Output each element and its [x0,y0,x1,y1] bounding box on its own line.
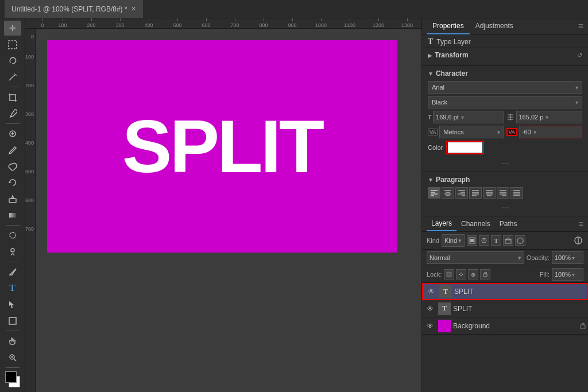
filter-adjustment-icon[interactable] [479,235,489,246]
tracking-value: -60 [522,129,531,135]
crop-tool[interactable] [4,90,21,104]
font-style-select[interactable]: Black ▾ [428,96,582,108]
layer-item[interactable]: 👁 T SPLIT [422,283,588,300]
layer-visibility-toggle[interactable]: 👁 [425,288,437,296]
history-brush-tool[interactable] [4,175,21,190]
dodge-tool[interactable] [4,244,21,259]
svg-marker-56 [517,238,523,244]
ruler-v-mark: 300 [25,100,35,129]
align-left-btn[interactable] [428,187,440,199]
path-select-tool[interactable] [4,297,21,312]
character-arrow-icon: ▼ [428,71,434,77]
tab-close-button[interactable]: ✕ [131,5,136,13]
pen-tool[interactable] [4,265,21,280]
justify-center-btn[interactable] [483,187,496,199]
heal-tool[interactable] [4,126,21,141]
paragraph-header[interactable]: ▼ Paragraph [428,176,582,184]
hand-tool[interactable] [4,333,21,348]
layer-thumbnail [438,320,451,332]
color-picker[interactable] [4,371,21,389]
ruler-v-mark: 700 [25,215,35,243]
layers-panel-menu-icon[interactable]: ≡ [579,219,583,228]
align-right-btn[interactable] [455,187,468,199]
paragraph-align-row [428,187,582,199]
justify-left-btn[interactable] [469,187,482,199]
eraser-tool[interactable] [4,191,21,206]
lock-artboard-btn[interactable]: ⊕ [468,269,478,280]
align-center-btn[interactable] [442,187,454,199]
filter-type-icon[interactable]: T [491,235,501,246]
transform-header[interactable]: ▶ Transform ↺ [428,51,582,59]
lock-position-btn[interactable] [456,269,466,280]
shape-tool[interactable] [4,313,21,328]
transform-section: ▶ Transform ↺ [422,48,588,66]
layer-visibility-toggle[interactable]: 👁 [424,322,436,330]
font-size-value: 169,6 pt [436,114,459,121]
font-family-row: Arial ▾ [428,81,582,94]
opacity-input[interactable]: 100% ▾ [552,251,583,264]
svg-line-16 [14,359,16,361]
color-swatch[interactable] [448,142,482,153]
character-more-options[interactable]: ... [428,157,582,166]
lasso-tool[interactable] [4,53,21,68]
kind-arrow-icon: ▾ [458,237,462,244]
filter-active-toggle[interactable] [573,235,583,246]
leading-input[interactable]: 165,02 p ▾ [516,111,583,123]
lock-all-btn[interactable] [480,269,490,280]
tab-channels[interactable]: Channels [457,217,495,231]
layer-item[interactable]: 👁 Background [422,317,588,335]
lock-pixels-btn[interactable] [444,269,454,280]
blend-mode-select[interactable]: Normal ▾ [427,251,524,264]
canvas-wrapper: 0 100 200 300 400 500 600 700 800 900 10… [25,18,421,392]
filter-shape-icon[interactable] [503,235,513,246]
layer-item[interactable]: 👁 T SPLIT [422,300,588,317]
blur-tool[interactable] [4,228,21,243]
va-label: VA [428,129,438,135]
svg-rect-0 [9,41,17,49]
move-tool[interactable]: ✛ [4,21,21,36]
clone-tool[interactable] [4,159,21,174]
font-family-select[interactable]: Arial ▾ [428,81,582,94]
fill-label: Fill: [540,271,550,278]
blend-opacity-row: Normal ▾ Opacity: 100% ▾ [422,250,588,266]
magic-wand-tool[interactable] [4,69,21,84]
fill-input[interactable]: 100% ▾ [552,268,583,281]
zoom-tool[interactable] [4,350,21,365]
filter-pixel-icon[interactable] [467,235,477,246]
leading-icon [506,113,514,121]
foreground-color-box[interactable] [5,371,17,383]
tab-layers[interactable]: Layers [427,216,457,231]
opacity-value: 100% [555,254,571,261]
justify-all-btn[interactable] [510,187,523,199]
document-tab[interactable]: Untitled-1 @ 100% (SPLIT, RGB/8#) * ✕ [5,0,143,18]
character-header[interactable]: ▼ Character [428,69,582,77]
paragraph-more-options[interactable]: ... [428,201,582,210]
tracking-value-input[interactable]: -60 ▾ [519,126,582,138]
marquee-tool[interactable] [4,37,21,52]
tab-paths[interactable]: Paths [495,217,522,231]
canvas-inner: SPLIT [47,40,397,253]
justify-right-btn[interactable] [497,187,509,199]
svg-rect-11 [9,213,16,218]
filter-smart-icon[interactable] [515,235,525,246]
type-tool[interactable]: T [4,281,21,296]
svg-rect-52 [470,239,474,242]
canvas-area[interactable]: SPLIT [36,29,421,392]
tracking-row: VA Metrics ▾ VA -60 ▾ [428,126,582,138]
type-layer-row: T Type Layer [422,35,588,48]
gradient-tool[interactable] [4,208,21,223]
fill-arrow-icon: ▾ [572,271,575,278]
tab-adjustments[interactable]: Adjustments [470,18,519,34]
brush-tool[interactable] [4,142,21,157]
layer-visibility-toggle[interactable]: 👁 [424,305,436,313]
tracking-method-select[interactable]: Metrics ▾ [439,126,504,138]
opacity-arrow-icon: ▾ [572,255,575,261]
tool-separator-2 [6,123,20,124]
paragraph-arrow-icon: ▼ [428,177,434,183]
kind-select[interactable]: Kind ▾ [442,234,465,247]
font-size-input[interactable]: 169,6 pt ▾ [433,111,504,123]
eyedropper-tool[interactable] [4,106,21,121]
transform-reset-icon[interactable]: ↺ [577,52,582,59]
tab-properties[interactable]: Properties [427,18,470,34]
properties-panel-menu-icon[interactable]: ≡ [578,18,583,34]
